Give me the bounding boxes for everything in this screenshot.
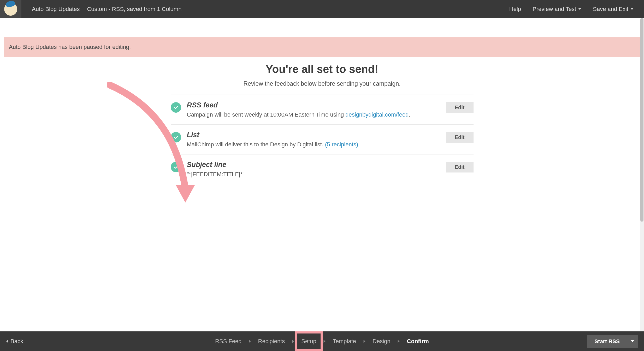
review-row-subject: Subject line "*|FEEDITEM:TITLE|*" Edit [171,154,474,184]
content-area: Auto Blog Updates has been paused for ed… [0,18,644,331]
campaign-name[interactable]: Auto Blog Updates [32,6,80,13]
preview-test-dropdown[interactable]: Preview and Test [533,6,581,13]
edit-subject-button[interactable]: Edit [446,162,474,172]
top-header: Auto Blog Updates Custom - RSS, saved fr… [0,0,644,18]
review-title-list: List [187,131,446,139]
review-body: List MailChimp will deliver this to the … [187,131,446,148]
page-subtitle: Review the feedback below before sending… [4,80,640,87]
edit-rss-button[interactable]: Edit [446,102,474,113]
template-description: Custom - RSS, saved from 1 Column [87,6,181,13]
review-title-subject: Subject line [187,161,446,169]
review-list: RSS feed Campaign will be sent weekly at… [171,95,474,191]
scrollbar-thumb[interactable] [640,18,643,222]
review-row-rss: RSS feed Campaign will be sent weekly at… [171,95,474,124]
review-row-partial [171,184,474,191]
logo-box[interactable] [0,0,21,18]
review-desc-rss: Campaign will be sent weekly at 10:00AM … [187,111,446,118]
check-icon [171,162,181,172]
alert-banner: Auto Blog Updates has been paused for ed… [4,37,640,57]
review-desc-subject: "*|FEEDITEM:TITLE|*" [187,171,446,178]
recipients-link[interactable]: (5 recipients) [325,141,358,148]
help-label: Help [509,6,521,13]
save-exit-label: Save and Exit [593,6,628,13]
mailchimp-logo-icon [4,3,17,16]
scrollbar-track[interactable] [640,18,644,331]
rss-feed-link[interactable]: designbydigital.com/feed [345,111,409,118]
page-title: You're all set to send! [4,63,640,76]
check-icon [171,102,181,113]
review-body: RSS feed Campaign will be sent weekly at… [187,101,446,118]
review-desc-list: MailChimp will deliver this to the Desig… [187,141,446,148]
help-link[interactable]: Help [509,6,521,13]
alert-text: Auto Blog Updates has been paused for ed… [9,44,131,50]
review-body: Subject line "*|FEEDITEM:TITLE|*" [187,161,446,178]
review-title-rss: RSS feed [187,101,446,109]
chevron-down-icon [630,8,634,10]
check-icon [171,132,181,142]
review-row-list: List MailChimp will deliver this to the … [171,124,474,154]
save-exit-dropdown[interactable]: Save and Exit [593,6,634,13]
preview-label: Preview and Test [533,6,576,13]
chevron-down-icon [578,8,581,10]
edit-list-button[interactable]: Edit [446,132,474,143]
